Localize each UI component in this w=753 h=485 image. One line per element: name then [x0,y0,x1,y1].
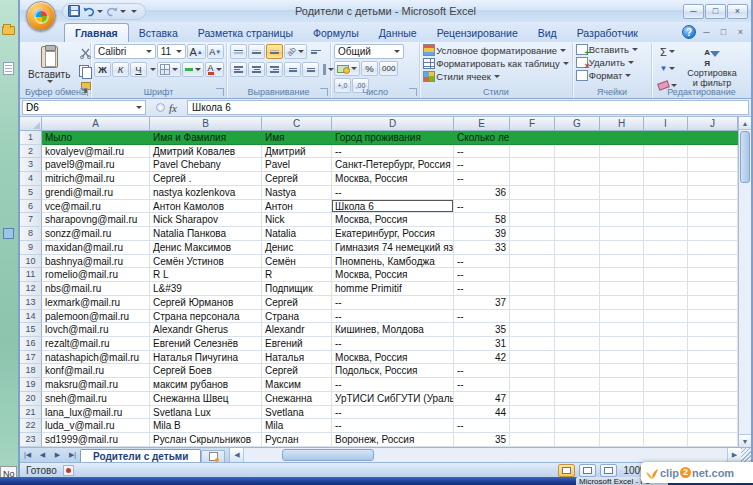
cell-F13[interactable] [510,296,555,310]
cell-C2[interactable]: Дмитрий [262,145,332,159]
insert-worksheet-button[interactable] [201,450,225,462]
cell-C9[interactable]: Денис [262,241,332,255]
cell-D2[interactable]: -- [332,145,454,159]
horizontal-scrollbar[interactable]: ◀ ▶ [229,448,751,462]
fill-color-button[interactable] [182,62,205,77]
cell-F10[interactable] [510,255,555,269]
delete-cells-button[interactable]: Удалить [576,57,649,68]
cell-E14[interactable]: -- [454,310,510,324]
cell-B20[interactable]: Снежанна Швец [150,392,262,406]
maximize-button[interactable]: □ [705,4,726,19]
cell-C21[interactable]: Svetlana [262,406,332,420]
cell-B18[interactable]: Сергей Боев [150,364,262,378]
cell-F9[interactable] [510,241,555,255]
cell-A18[interactable]: konf@mail.ru [42,364,150,378]
cell-F22[interactable] [510,419,555,433]
cell-H5[interactable] [600,186,644,200]
cell-F14[interactable] [510,310,555,324]
last-sheet-button[interactable]: ▶| [65,448,80,462]
tab-vstavka[interactable]: Вставка [129,24,188,42]
orientation-button[interactable]: ab [284,44,307,59]
cell-E19[interactable]: -- [454,378,510,392]
cell-H4[interactable] [600,172,644,186]
cell-D6[interactable]: Школа 6 [332,200,454,214]
cell-A1[interactable]: Мыло [42,131,150,145]
cell-C16[interactable]: Евгений [262,337,332,351]
cell-C17[interactable]: Наталья [262,351,332,365]
cell-E5[interactable]: 36 [454,186,510,200]
cell-D15[interactable]: Кишинев, Молдова [332,323,454,337]
align-center-button[interactable] [248,62,265,77]
cell-D19[interactable]: -- [332,378,454,392]
cell-G22[interactable] [555,419,600,433]
cell-A11[interactable]: romelio@mail.ru [42,268,150,282]
cell-C1[interactable]: Имя [262,131,332,145]
cell-C15[interactable]: Alexandr [262,323,332,337]
row-header-15[interactable]: 15 [20,323,42,337]
cell-B6[interactable]: Антон Камолов [150,200,262,214]
vertical-scrollbar[interactable]: ▲ ▼ [738,117,751,447]
row-header-1[interactable]: 1 [20,131,42,145]
cell-I9[interactable] [644,241,688,255]
align-bottom-button[interactable] [266,44,283,59]
row-header-8[interactable]: 8 [20,227,42,241]
cell-J19[interactable] [688,378,738,392]
align-left-button[interactable] [230,62,247,77]
cell-C4[interactable]: Сергей [262,172,332,186]
cell-H20[interactable] [600,392,644,406]
font-name-select[interactable]: Calibri [94,44,156,59]
row-header-2[interactable]: 2 [20,145,42,159]
cell-D18[interactable]: Подольск, Россия [332,364,454,378]
cell-D8[interactable]: Екатеринбург, Россия [332,227,454,241]
cell-D11[interactable]: Москва, Россия [332,268,454,282]
cell-A10[interactable]: bashnya@mail.ru [42,255,150,269]
cell-F3[interactable] [510,158,555,172]
autosum-button[interactable]: Σ [655,44,680,59]
cell-B19[interactable]: максим рубанов [150,378,262,392]
vertical-scroll-thumb[interactable] [740,131,750,183]
cell-I15[interactable] [644,323,688,337]
number-format-select[interactable]: Общий [334,44,404,59]
cell-G10[interactable] [555,255,600,269]
align-right-button[interactable] [266,62,283,77]
cell-G13[interactable] [555,296,600,310]
tab-formuly[interactable]: Формулы [303,24,369,42]
cell-J17[interactable] [688,351,738,365]
underline-button[interactable]: Ч [130,62,147,77]
cell-H11[interactable] [600,268,644,282]
sheet-tab-roditeli[interactable]: Родители с детьми [80,449,201,462]
row-header-13[interactable]: 13 [20,296,42,310]
cell-F21[interactable] [510,406,555,420]
cell-C10[interactable]: Семён [262,255,332,269]
cell-I17[interactable] [644,351,688,365]
cell-E13[interactable]: 37 [454,296,510,310]
cell-H10[interactable] [600,255,644,269]
cell-H7[interactable] [600,213,644,227]
insert-function-button[interactable]: fx [169,102,177,114]
cell-G17[interactable] [555,351,600,365]
cell-B4[interactable]: Сергей . [150,172,262,186]
insert-cells-button[interactable]: Вставить [576,44,649,55]
row-header-5[interactable]: 5 [20,186,42,200]
redo-button[interactable] [106,6,126,17]
cell-C12[interactable]: Подпищик [262,282,332,296]
save-button[interactable] [68,5,80,17]
row-header-16[interactable]: 16 [20,337,42,351]
previous-sheet-button[interactable]: ◀ [35,448,50,462]
cell-E11[interactable]: -- [454,268,510,282]
cell-J9[interactable] [688,241,738,255]
cell-E3[interactable]: -- [454,158,510,172]
cell-B14[interactable]: Страна персонала [150,310,262,324]
column-header-I[interactable]: I [644,117,688,131]
column-header-D[interactable]: D [332,117,454,131]
cell-E21[interactable]: 44 [454,406,510,420]
cell-E17[interactable]: 42 [454,351,510,365]
column-header-A[interactable]: A [42,117,150,131]
cell-F5[interactable] [510,186,555,200]
cell-G16[interactable] [555,337,600,351]
horizontal-scroll-track[interactable] [374,448,727,462]
italic-button[interactable]: К [112,62,129,77]
cell-A17[interactable]: natashapich@mail.ru [42,351,150,365]
cell-E9[interactable]: 33 [454,241,510,255]
cell-G2[interactable] [555,145,600,159]
